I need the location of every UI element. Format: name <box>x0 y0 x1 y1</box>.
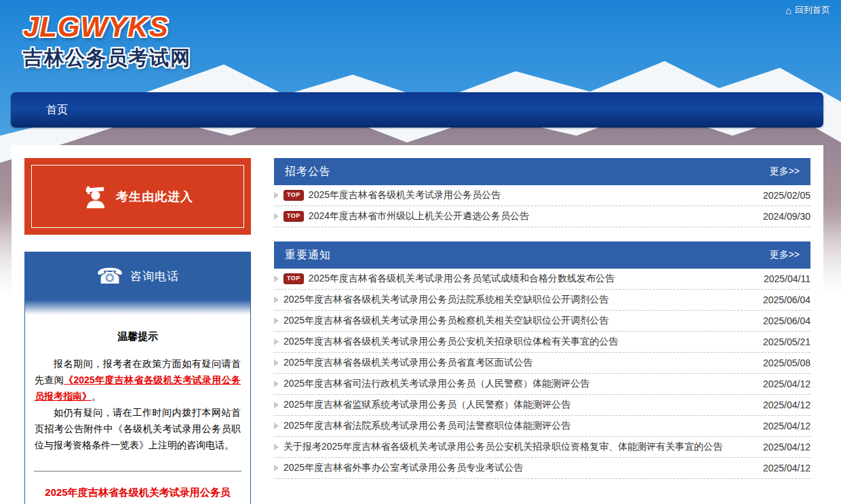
item-title: 2025年度吉林省外事办公室考试录用公务员专业考试公告 <box>283 462 758 474</box>
list-item[interactable]: 2025年度吉林省法院系统考试录用公务员司法警察职位体能测评公告 2025/04… <box>274 416 810 437</box>
list-item[interactable]: TOP 2025年度吉林省各级机关考试录用公务员笔试成绩和合格分数线发布公告 2… <box>274 269 810 290</box>
list-item[interactable]: 2025年度吉林省司法行政机关考试录用公务员（人民警察）体能测评公告 2025/… <box>274 374 810 395</box>
item-date: 2025/05/08 <box>763 357 810 368</box>
back-to-home-link[interactable]: ⌂ 回到首页 <box>785 4 830 16</box>
item-title: 2025年度吉林省各级机关考试录用公务员省直考区面试公告 <box>283 357 758 369</box>
arrow-icon <box>274 402 279 408</box>
arrow-icon <box>274 381 279 387</box>
policy-hotline-text: 2025年度吉林省各级机关考试录用公务员 主管部门政策咨询电话 <box>31 483 245 504</box>
list-item[interactable]: 2025年度吉林省各级机关考试录用公务员法院系统相关空缺职位公开调剂公告 202… <box>274 290 810 311</box>
item-title: 2025年度吉林省法院系统考试录用公务员司法警察职位体能测评公告 <box>283 420 758 432</box>
list-item[interactable]: 2025年度吉林省各级机关考试录用公务员检察机关相关空缺职位公开调剂公告 202… <box>274 311 810 332</box>
sidebar: 考生由此进入 ☎ 咨询电话 温馨提示 报名期间，报考者在政策方面如有疑问请首先查… <box>24 158 251 504</box>
item-title: 2025年度吉林省各级机关考试录用公务员公告 <box>309 189 758 201</box>
announcement-list: TOP 2025年度吉林省各级机关考试录用公务员公告 2025/02/05 TO… <box>274 185 810 227</box>
consult-phone-header: ☎ 咨询电话 <box>25 252 250 300</box>
list-item[interactable]: TOP 2024年度吉林省市州级以上机关公开遴选公务员公告 2024/09/30 <box>274 206 810 227</box>
item-date: 2025/02/05 <box>763 190 810 201</box>
arrow-icon <box>274 192 279 199</box>
item-date: 2025/04/12 <box>763 421 810 431</box>
list-item[interactable]: TOP 2025年度吉林省各级机关考试录用公务员公告 2025/02/05 <box>274 185 810 206</box>
more-link[interactable]: 更多>> <box>770 166 800 178</box>
site-logo-cn: 吉林公务员考试网 <box>23 45 191 72</box>
item-title: 2025年度吉林省各级机关考试录用公务员公安机关招录职位体检有关事宜的公告 <box>283 336 758 348</box>
nav-item-home[interactable]: 首页 <box>46 103 68 117</box>
item-date: 2025/04/12 <box>763 463 810 473</box>
list-item[interactable]: 2025年度吉林省外事办公室考试录用公务员专业考试公告 2025/04/12 <box>274 458 810 479</box>
warm-tips: 温馨提示 报名期间，报考者在政策方面如有疑问请首先查阅《2025年度吉林省各级机… <box>25 315 250 453</box>
item-date: 2025/06/04 <box>763 315 810 326</box>
consult-phone-label: 咨询电话 <box>130 269 179 284</box>
item-date: 2025/06/04 <box>763 294 810 305</box>
arrow-icon <box>274 444 279 450</box>
item-title: 关于报考2025年度吉林省各级机关考试录用公务员公安机关招录职位资格复审、体能测… <box>283 441 758 453</box>
phone-icon: ☎ <box>96 265 123 287</box>
arrow-icon <box>274 338 279 345</box>
tips-text-end: 。 <box>92 391 101 402</box>
home-icon: ⌂ <box>785 5 791 16</box>
back-to-home-label: 回到首页 <box>795 4 830 16</box>
main-column: 招考公告 更多>> TOP 2025年度吉林省各级机关考试录用公务员公告 202… <box>274 158 810 504</box>
warm-tips-title: 温馨提示 <box>35 328 241 345</box>
arrow-icon <box>274 360 279 366</box>
top-badge: TOP <box>283 190 304 201</box>
section-title: 招考公告 <box>285 165 331 179</box>
arrow-icon <box>274 275 279 282</box>
sidebar-divider <box>34 471 241 472</box>
main-nav: 首页 <box>11 92 823 128</box>
arrow-icon <box>274 465 279 471</box>
item-date: 2025/04/11 <box>764 273 810 284</box>
exam-guide-link[interactable]: 《2025年度吉林省各级机关考试录用公务员报考指南》 <box>35 374 241 402</box>
item-title: 2025年度吉林省监狱系统考试录用公务员（人民警察）体能测评公告 <box>283 399 758 411</box>
list-item[interactable]: 关于报考2025年度吉林省各级机关考试录用公务员公安机关招录职位资格复审、体能测… <box>274 437 810 458</box>
candidate-entry-button[interactable]: 考生由此进入 <box>24 158 251 235</box>
item-date: 2025/04/12 <box>763 400 810 410</box>
policy-hotline-line1: 2025年度吉林省各级机关考试录用公务员 <box>31 483 245 501</box>
section-header: 招考公告 更多>> <box>274 158 810 185</box>
candidate-entry-label: 考生由此进入 <box>116 189 193 205</box>
section-recruit-announcements: 招考公告 更多>> TOP 2025年度吉林省各级机关考试录用公务员公告 202… <box>274 158 810 227</box>
arrow-icon <box>274 423 279 429</box>
section-header: 重要通知 更多>> <box>274 241 810 269</box>
item-date: 2025/04/12 <box>763 442 810 452</box>
notice-list: TOP 2025年度吉林省各级机关考试录用公务员笔试成绩和合格分数线发布公告 2… <box>274 269 810 479</box>
section-title: 重要通知 <box>285 248 331 263</box>
item-date: 2025/04/12 <box>763 379 810 389</box>
graduate-icon <box>82 184 108 210</box>
list-item[interactable]: 2025年度吉林省监狱系统考试录用公务员（人民警察）体能测评公告 2025/04… <box>274 395 810 416</box>
item-title: 2025年度吉林省各级机关考试录用公务员检察机关相关空缺职位公开调剂公告 <box>283 315 758 327</box>
policy-hotline-line2: 主管部门政策咨询电话 <box>31 501 245 504</box>
item-title: 2025年度吉林省各级机关考试录用公务员法院系统相关空缺职位公开调剂公告 <box>283 294 758 306</box>
header-fade <box>25 300 250 315</box>
item-date: 2024/09/30 <box>763 211 810 222</box>
more-link[interactable]: 更多>> <box>770 249 800 261</box>
content-wrapper: 考生由此进入 ☎ 咨询电话 温馨提示 报名期间，报考者在政策方面如有疑问请首先查… <box>12 145 823 504</box>
arrow-icon <box>274 213 279 220</box>
item-title: 2024年度吉林省市州级以上机关公开遴选公务员公告 <box>309 210 758 222</box>
arrow-icon <box>274 296 279 303</box>
arrow-icon <box>274 317 279 324</box>
item-title: 2025年度吉林省各级机关考试录用公务员笔试成绩和合格分数线发布公告 <box>309 273 759 285</box>
item-date: 2025/05/21 <box>763 336 810 347</box>
warm-tips-paragraph-2: 如仍有疑问，请在工作时间内拨打本网站首页招考公告附件中《各级机关考试录用公务员职… <box>35 404 241 453</box>
consult-phone-box: ☎ 咨询电话 温馨提示 报名期间，报考者在政策方面如有疑问请首先查阅《2025年… <box>24 252 251 504</box>
top-badge: TOP <box>283 273 304 284</box>
section-important-notices: 重要通知 更多>> TOP 2025年度吉林省各级机关考试录用公务员笔试成绩和合… <box>274 241 810 479</box>
site-logo: JLGWYKS 吉林公务员考试网 <box>23 11 191 72</box>
list-item[interactable]: 2025年度吉林省各级机关考试录用公务员省直考区面试公告 2025/05/08 <box>274 353 810 374</box>
site-logo-en: JLGWYKS <box>23 11 191 43</box>
item-title: 2025年度吉林省司法行政机关考试录用公务员（人民警察）体能测评公告 <box>283 378 758 390</box>
top-badge: TOP <box>283 211 304 222</box>
warm-tips-paragraph-1: 报名期间，报考者在政策方面如有疑问请首先查阅《2025年度吉林省各级机关考试录用… <box>35 355 241 404</box>
list-item[interactable]: 2025年度吉林省各级机关考试录用公务员公安机关招录职位体检有关事宜的公告 20… <box>274 332 810 353</box>
